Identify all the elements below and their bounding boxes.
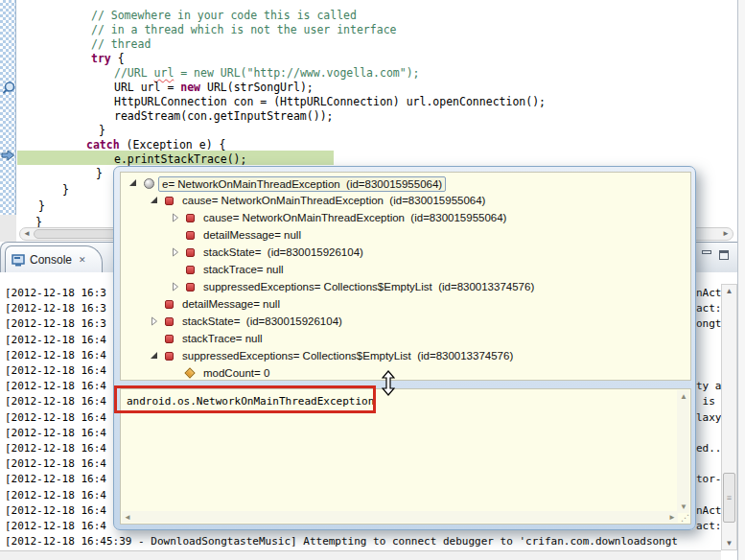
right-edge-strip [737, 0, 745, 560]
code-line: HttpURLConnection con = (HttpURLConnecti… [114, 95, 546, 109]
variable-tree-row[interactable]: cause= NetworkOnMainThreadException (id=… [121, 192, 690, 209]
console-log-row: ty a [696, 379, 722, 393]
field-variable-icon [165, 335, 174, 343]
instruction-pointer-icon [1, 150, 15, 161]
console-log-row: is [696, 394, 715, 408]
console-vertical-scrollbar[interactable]: ▲ ≡ ▼ [721, 284, 737, 550]
console-log-row: laxy [696, 410, 722, 425]
code-line: e.printStackTrace(); [114, 152, 246, 167]
minimize-icon [702, 250, 711, 254]
code-line: try { [91, 52, 125, 66]
scroll-down-icon[interactable]: ▼ [722, 539, 736, 548]
variable-tree-row[interactable]: stackState= (id=830015926104) [121, 244, 690, 261]
console-log-row: [2012-12-18 16:4 [5, 519, 106, 533]
variable-label: detailMessage= null [179, 297, 283, 311]
scroll-right-icon[interactable]: ► [668, 513, 676, 522]
variable-tree-row[interactable]: modCount= 0 [121, 364, 690, 381]
scroll-up-icon[interactable]: ▲ [680, 392, 687, 401]
code-line: // Somewhere in your code this is called [91, 9, 357, 23]
tree-collapse-icon[interactable] [150, 196, 159, 207]
variable-tree-row[interactable]: suppressedExceptions= Collections$EmptyL… [121, 347, 690, 364]
variable-tree-row[interactable]: stackTrace= null [121, 261, 690, 278]
tree-expand-icon[interactable] [171, 213, 180, 224]
console-log-row: act: [696, 519, 722, 533]
editor-scroll-corner [0, 215, 16, 242]
scroll-right-icon[interactable]: ► [719, 228, 733, 240]
variable-label: stackTrace= null [179, 332, 266, 345]
variable-tree-row[interactable]: stackTrace= null [121, 330, 690, 347]
resize-grip-icon[interactable]: ⋰ [681, 513, 689, 523]
scroll-left-icon[interactable]: ◄ [124, 513, 131, 522]
tree-expand-icon[interactable] [171, 282, 180, 293]
tree-expand-icon[interactable] [171, 247, 180, 259]
console-log-row: [2012-12-18 16:4 [5, 441, 106, 455]
code-line: //URL url = new URL("http://www.vogella.… [114, 66, 420, 81]
field-variable-icon [186, 266, 195, 274]
console-log-row: nAct [696, 286, 722, 300]
variables-tree-pane[interactable]: e= NetworkOnMainThreadException (id=8300… [120, 172, 691, 381]
console-log-row: [2012-12-18 16:4 [5, 363, 106, 378]
variable-label: stackTrace= null [200, 263, 287, 276]
tree-collapse-icon[interactable] [150, 351, 159, 362]
variable-label: cause= NetworkOnMainThreadException (id=… [179, 194, 488, 207]
console-log-row: [2012-12-18 16:4 [5, 488, 106, 502]
variable-tree-row[interactable]: suppressedExceptions= Collections$EmptyL… [121, 278, 690, 295]
variable-label: suppressedExceptions= Collections$EmptyL… [200, 280, 537, 293]
variable-tree-row[interactable]: e= NetworkOnMainThreadException (id=8300… [121, 175, 690, 192]
scroll-up-icon[interactable]: ▲ [722, 287, 736, 295]
tree-expand-icon[interactable] [150, 316, 159, 328]
console-log-row: [2012-12-18 16:3 [5, 286, 106, 300]
console-tab-label: Console [30, 253, 72, 267]
console-log-row: [2012-12-18 16:4 [5, 348, 106, 362]
eclipse-debug-screen: // Somewhere in your code this is called… [0, 0, 745, 560]
console-log-row: [2012-12-18 16:4 [5, 410, 106, 425]
console-vscroll-thumb[interactable]: ≡ [723, 473, 735, 523]
detail-vertical-scrollbar[interactable]: ▲ ▼ [677, 390, 689, 513]
console-log-row: ed.. [696, 441, 722, 455]
tab-close-icon[interactable]: ✕ [77, 255, 86, 265]
field-variable-icon [165, 300, 174, 309]
console-log-row: [2012-12-18 16:4 [5, 456, 106, 471]
code-line: } [62, 183, 69, 198]
variable-label: e= NetworkOnMainThreadException (id=8300… [158, 176, 446, 192]
red-highlight-box [114, 385, 376, 413]
code-line: } [99, 124, 105, 138]
console-log-row: [2012-12-18 16:4 [5, 333, 106, 347]
console-horizontal-scrollbar[interactable] [0, 550, 721, 560]
code-line: } [96, 167, 103, 181]
console-log-row: [2012-12-18 16:3 [5, 316, 106, 331]
variable-tree-row[interactable]: detailMessage= null [121, 295, 690, 313]
scroll-down-icon[interactable]: ▼ [680, 502, 687, 511]
resize-cursor-icon [382, 370, 395, 396]
console-icon [12, 254, 25, 267]
code-line: // thread [91, 37, 151, 52]
variable-tree-row[interactable]: stackState= (id=830015926104) [121, 313, 690, 330]
maximize-button[interactable] [717, 249, 732, 262]
diamond-variable-icon [184, 367, 195, 378]
field-variable-icon [165, 197, 174, 205]
field-variable-icon [165, 352, 174, 361]
field-variable-icon [186, 248, 195, 257]
code-line: URL url = new URL(strSongUrl); [114, 81, 314, 95]
variable-label: cause= NetworkOnMainThreadException (id=… [200, 211, 509, 224]
console-log-row: [2012-12-18 16:45:39 - DownloadSongtaste… [5, 534, 678, 548]
console-log-row: [2012-12-18 16:4 [5, 503, 106, 518]
variable-label: suppressedExceptions= Collections$EmptyL… [179, 349, 516, 362]
console-log-row: tor- [696, 472, 722, 486]
variable-label: modCount= 0 [200, 366, 272, 380]
tree-collapse-icon[interactable] [128, 178, 138, 190]
breakpoint-icon[interactable] [2, 81, 15, 95]
variable-tree-row[interactable]: detailMessage= null [121, 226, 690, 244]
marker-ruler[interactable] [0, 0, 16, 215]
scroll-left-icon[interactable]: ◄ [20, 228, 34, 240]
field-variable-icon [186, 283, 195, 292]
variable-label: stackState= (id=830015926104) [200, 245, 366, 259]
detail-horizontal-scrollbar[interactable]: ◄ ► [122, 511, 678, 523]
console-log-row: [2012-12-18 16:4 [5, 379, 106, 393]
variable-tree-row[interactable]: cause= NetworkOnMainThreadException (id=… [121, 209, 690, 226]
console-log-row: ongt [696, 316, 722, 331]
field-variable-icon [165, 317, 174, 326]
minimize-button[interactable] [700, 249, 714, 262]
tab-console[interactable]: Console ✕ [5, 245, 103, 273]
console-log-row: nAct [696, 503, 722, 518]
